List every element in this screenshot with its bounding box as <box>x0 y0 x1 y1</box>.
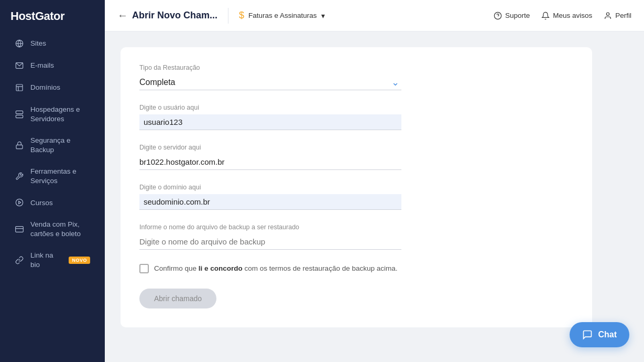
restoration-type-label: Tipo da Restauração <box>139 64 573 71</box>
tool-icon <box>15 172 24 181</box>
sidebar-item-dominios[interactable]: Domínios <box>4 77 101 98</box>
profile-label: Perfil <box>615 12 631 19</box>
chat-button[interactable]: Chat <box>570 322 629 347</box>
terms-checkbox[interactable] <box>139 264 149 273</box>
topnav: ← Abrir Novo Cham... $ Faturas e Assinat… <box>105 0 644 31</box>
submit-button[interactable]: Abrir chamado <box>139 289 216 308</box>
sidebar-item-sites[interactable]: Sites <box>4 33 101 54</box>
terms-text: Confirmo que li e concordo com os termos… <box>154 263 397 274</box>
layout-icon <box>15 83 24 92</box>
user-field-group: Digite o usuário aqui <box>139 104 573 130</box>
back-arrow-icon: ← <box>117 9 128 22</box>
sidebar-item-venda-pix-label: Venda com Pix, cartões e boleto <box>30 220 90 238</box>
svg-rect-10 <box>16 145 23 148</box>
domain-input[interactable] <box>139 194 401 210</box>
sidebar-logo: HostGator <box>0 0 105 33</box>
sidebar-item-ferramentas[interactable]: Ferramentas e Serviços <box>4 161 101 191</box>
question-icon <box>494 12 502 20</box>
svg-rect-13 <box>16 226 24 232</box>
domain-field-label: Digite o domínio aqui <box>139 184 573 191</box>
server-field-group: Digite o servidor aqui <box>139 144 573 170</box>
checkbox-bold: li e concordo <box>199 264 243 272</box>
credit-card-icon <box>15 225 24 234</box>
sidebar-item-venda-pix[interactable]: Venda com Pix, cartões e boleto <box>4 214 101 244</box>
notifications-label: Meus avisos <box>553 12 592 19</box>
billing-icon: $ <box>239 10 244 21</box>
sidebar-item-emails[interactable]: E-mails <box>4 55 101 76</box>
restoration-type-group: Tipo da Restauração Completa ⌄ <box>139 64 573 90</box>
user-icon <box>604 12 612 20</box>
checkbox-text-before: Confirmo que <box>154 264 199 272</box>
sidebar-item-dominios-label: Domínios <box>30 83 60 92</box>
chat-label: Chat <box>598 330 617 339</box>
sidebar-item-seguranca[interactable]: Segurança e Backup <box>4 130 101 160</box>
bell-icon <box>541 12 550 20</box>
user-field-label: Digite o usuário aqui <box>139 104 573 111</box>
profile-button[interactable]: Perfil <box>604 12 631 20</box>
novo-badge: NOVO <box>69 257 90 264</box>
lock-icon <box>15 141 24 150</box>
mail-icon <box>15 61 24 70</box>
server-input[interactable] <box>139 154 401 170</box>
sidebar-item-cursos-label: Cursos <box>30 198 53 208</box>
svg-rect-3 <box>16 84 23 91</box>
sidebar-item-cursos[interactable]: Cursos <box>4 192 101 213</box>
restoration-type-select-wrapper: Completa ⌄ <box>139 74 401 90</box>
sidebar-item-link-bio-label: Link na bio <box>30 251 60 269</box>
checkbox-text-after: com os termos de restauração de backup a… <box>243 264 398 272</box>
page-content: Tipo da Restauração Completa ⌄ Digite o … <box>105 31 644 362</box>
billing-chevron-icon: ▾ <box>321 12 325 20</box>
user-input[interactable] <box>139 114 401 130</box>
backup-input[interactable] <box>139 234 401 250</box>
sidebar-item-hospedagens[interactable]: Hospedagens e Servidores <box>4 99 101 129</box>
sidebar-item-hospedagens-label: Hospedagens e Servidores <box>30 105 90 123</box>
billing-button[interactable]: $ Faturas e Assinaturas ▾ <box>239 10 325 21</box>
chat-icon <box>582 329 593 340</box>
link-icon <box>15 255 24 265</box>
terms-checkbox-row: Confirmo que li e concordo com os termos… <box>139 263 454 274</box>
server-icon <box>15 110 24 119</box>
form-card: Tipo da Restauração Completa ⌄ Digite o … <box>121 47 592 327</box>
svg-rect-6 <box>16 111 23 113</box>
domain-field-group: Digite o domínio aqui <box>139 184 573 210</box>
topnav-divider <box>228 8 228 24</box>
back-button[interactable]: ← Abrir Novo Cham... <box>117 9 217 22</box>
restoration-type-select[interactable]: Completa <box>139 74 401 90</box>
svg-rect-7 <box>16 115 23 118</box>
page-title: Abrir Novo Cham... <box>132 10 217 21</box>
backup-field-group: Informe o nome do arquivo de backup a se… <box>139 223 573 250</box>
svg-marker-12 <box>19 201 21 204</box>
sidebar-item-sites-label: Sites <box>30 39 46 48</box>
topnav-actions: Suporte Meus avisos Perfil <box>494 12 631 20</box>
support-button[interactable]: Suporte <box>494 12 530 20</box>
globe-icon <box>15 39 24 48</box>
billing-label: Faturas e Assinaturas <box>248 12 317 19</box>
sidebar-item-emails-label: E-mails <box>30 61 54 70</box>
sidebar-item-link-bio[interactable]: Link na bio NOVO <box>4 245 101 275</box>
play-circle-icon <box>15 198 24 207</box>
notifications-button[interactable]: Meus avisos <box>541 12 592 20</box>
sidebar-nav: Sites E-mails Domínios Hospedagens e Ser… <box>0 33 105 362</box>
sidebar-item-ferramentas-label: Ferramentas e Serviços <box>30 167 90 185</box>
sidebar: HostGator Sites E-mails Domínios Hospeda… <box>0 0 105 362</box>
backup-field-label: Informe o nome do arquivo de backup a se… <box>139 223 573 231</box>
main-area: ← Abrir Novo Cham... $ Faturas e Assinat… <box>105 0 644 362</box>
sidebar-item-seguranca-label: Segurança e Backup <box>30 136 90 154</box>
support-label: Suporte <box>505 12 530 19</box>
svg-point-17 <box>607 13 609 15</box>
svg-point-11 <box>16 199 23 206</box>
server-field-label: Digite o servidor aqui <box>139 144 573 151</box>
svg-point-15 <box>494 12 501 19</box>
